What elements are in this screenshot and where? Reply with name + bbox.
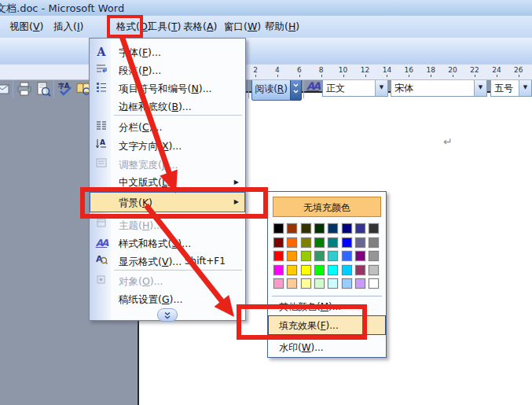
menu-item-object: 对象(O)...	[90, 272, 244, 290]
color-swatch[interactable]	[328, 251, 338, 261]
toolbar-separator	[248, 80, 249, 98]
adjust-width-icon	[94, 156, 109, 174]
menu-item-styles-formatting[interactable]: AA 样式和格式(S)...	[90, 234, 244, 252]
color-swatch[interactable]	[328, 223, 338, 234]
color-swatch[interactable]	[273, 278, 284, 289]
color-swatch[interactable]	[342, 223, 352, 234]
styles-and-formatting-icon[interactable]: AA	[306, 80, 319, 92]
shortcut-label: Shift+F1	[185, 252, 226, 271]
color-swatch[interactable]	[369, 265, 379, 275]
watermark-item[interactable]: 水印(W)...	[269, 340, 385, 355]
color-swatch[interactable]	[355, 237, 365, 248]
menu-insert[interactable]: 插入(I)	[53, 16, 83, 38]
format-menu: A 字体(F)... 段落(P)... 项目符号和编号(N)... 边框和底纹(…	[89, 38, 246, 321]
color-swatch[interactable]	[342, 278, 352, 289]
submenu-arrow-icon: ▶	[234, 193, 239, 211]
menu-expand-chevron[interactable]	[157, 308, 178, 322]
ruler-number: 26	[511, 66, 526, 74]
color-swatch[interactable]	[287, 223, 297, 234]
size-combo[interactable]: 五号 ▼	[490, 79, 532, 97]
color-swatch[interactable]	[314, 278, 325, 289]
menu-item-background[interactable]: 背景(K) ▶	[90, 192, 245, 212]
color-swatch[interactable]	[287, 278, 297, 289]
fill-effects-item[interactable]: 填充效果(F)...	[268, 315, 386, 335]
color-swatch[interactable]	[355, 251, 365, 261]
no-fill-color-button[interactable]: 无填充颜色	[273, 197, 381, 217]
ruler-number: 18	[423, 66, 438, 74]
color-swatch[interactable]	[301, 278, 311, 289]
object-icon	[94, 272, 109, 290]
menu-window[interactable]: 窗口(W)	[224, 16, 261, 38]
ruler-number: 2	[248, 66, 263, 74]
spelling-grammar-icon[interactable]: 字A	[57, 81, 74, 98]
color-swatch[interactable]	[273, 237, 284, 248]
mail-icon[interactable]	[0, 81, 11, 98]
bullets-icon	[94, 79, 109, 98]
chevron-down-icon[interactable]: ▼	[375, 80, 387, 96]
toolbar-separator	[53, 80, 54, 98]
color-swatch[interactable]	[301, 223, 311, 234]
color-swatch[interactable]	[273, 251, 284, 261]
menu-item-bullets-numbering[interactable]: 项目符号和编号(N)...	[90, 79, 244, 98]
color-swatch[interactable]	[301, 237, 311, 248]
color-swatch[interactable]	[301, 265, 311, 275]
menu-format[interactable]: 格式(O)	[116, 16, 152, 38]
print-preview-icon[interactable]	[35, 81, 52, 98]
color-swatch[interactable]	[301, 251, 311, 261]
menu-tools[interactable]: 工具(T)	[148, 16, 181, 38]
color-swatch[interactable]	[314, 265, 325, 275]
color-swatch[interactable]	[369, 251, 379, 261]
submenu-arrow-icon: ▶	[234, 173, 239, 191]
menu-item-font[interactable]: A 字体(F)...	[90, 43, 244, 61]
standard-toolbar: 字A 阅读(R) AA 正文 ▼ 宋体 ▼ 五号 ▼	[0, 38, 532, 65]
color-swatch[interactable]	[355, 223, 365, 234]
color-swatch[interactable]	[342, 237, 352, 248]
style-combo[interactable]: 正文 ▼	[322, 79, 388, 97]
chevron-down-icon[interactable]: ▼	[474, 80, 486, 96]
title-bar: 文档.doc - Microsoft Word	[0, 0, 532, 17]
ruler-number: 14	[379, 66, 394, 74]
color-swatch[interactable]	[328, 278, 338, 289]
color-swatch[interactable]	[273, 265, 284, 275]
menu-item-columns[interactable]: 分栏(C)...	[90, 118, 244, 136]
menu-item-reveal-formatting[interactable]: A 显示格式(V)... Shift+F1	[90, 252, 244, 271]
theme-icon	[94, 216, 109, 234]
color-swatch[interactable]	[369, 278, 379, 289]
menu-item-grid-paper[interactable]: 稿纸设置(G)...	[90, 290, 244, 308]
read-mode-button[interactable]: 阅读(R)	[251, 78, 291, 101]
color-swatch[interactable]	[314, 237, 325, 248]
color-swatch[interactable]	[314, 223, 325, 234]
color-swatch[interactable]	[314, 251, 325, 261]
chevron-down-icon[interactable]: ▼	[519, 80, 531, 96]
color-swatch[interactable]	[328, 237, 338, 248]
font-combo[interactable]: 宋体 ▼	[391, 79, 487, 97]
more-colors-item[interactable]: 其他颜色(M)...	[269, 299, 385, 315]
color-swatch[interactable]	[342, 251, 352, 261]
ruler-number: 8	[314, 66, 329, 74]
menu-help[interactable]: 帮助(H)	[265, 16, 299, 38]
menu-item-paragraph[interactable]: 段落(P)...	[90, 61, 244, 79]
color-swatch[interactable]	[369, 237, 379, 248]
ruler-number: 24	[489, 66, 504, 74]
ruler-number: 22	[467, 66, 482, 74]
color-swatch[interactable]	[355, 278, 365, 289]
menu-item-borders-shading[interactable]: 边框和底纹(B)...	[90, 98, 244, 116]
color-swatch[interactable]	[355, 265, 365, 275]
menu-view[interactable]: 视图(V)	[9, 16, 43, 38]
background-submenu: 无填充颜色 其他颜色(M)... 填充效果(F)... 水印(W)...	[267, 191, 387, 358]
color-swatch[interactable]	[328, 265, 338, 275]
toolbar-options-chevron[interactable]	[290, 78, 302, 101]
menu-item-text-direction[interactable]: A 文字方向(X)...	[90, 137, 244, 155]
ruler-number: 4	[270, 66, 285, 74]
color-swatch[interactable]	[342, 265, 352, 275]
color-swatch[interactable]	[287, 265, 297, 275]
color-swatch[interactable]	[287, 251, 297, 261]
color-swatch[interactable]	[273, 223, 284, 234]
color-swatch[interactable]	[287, 237, 297, 248]
ruler: 2468101214161820222426	[0, 64, 532, 80]
printer-icon[interactable]	[17, 81, 33, 98]
menu-item-asian-layout[interactable]: 中文版式(L) ▶	[90, 173, 244, 191]
menu-table[interactable]: 表格(A)	[183, 16, 217, 38]
color-swatch[interactable]	[369, 223, 379, 234]
toolbar-separator	[13, 80, 13, 98]
